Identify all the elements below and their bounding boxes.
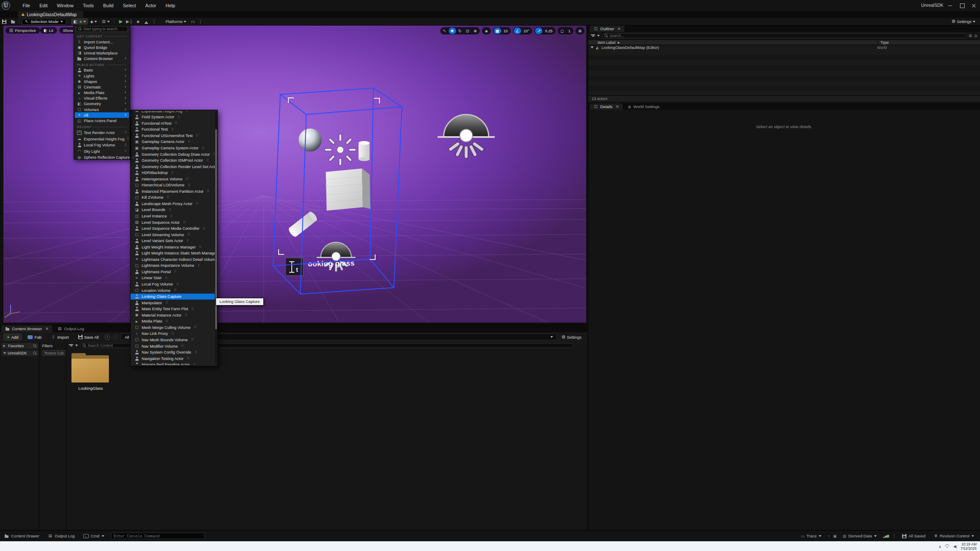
move-tool-icon[interactable]: ✚ [449,28,456,34]
tab-outliner[interactable]: Outliner [590,26,624,32]
minimize-button[interactable] [944,0,956,11]
menubar-item-window[interactable]: Window [52,2,78,9]
menu-item-all[interactable]: All [75,112,129,118]
drag-handle-icon[interactable] [199,245,202,249]
drag-handle-icon[interactable] [183,220,185,224]
device-output-icon[interactable]: ▭ [188,18,197,25]
drag-handle-icon[interactable] [185,313,187,317]
submenu-item-level-bounds[interactable]: Level Bounds [131,207,215,213]
menubar-item-help[interactable]: Help [161,2,180,9]
sky-light-gizmo[interactable] [438,114,494,157]
fab-button[interactable]: Fab [24,334,45,340]
submenu-item-media-plate[interactable]: Media Plate [131,318,215,325]
drag-handle-icon[interactable] [174,270,177,274]
submenu-item-light-weight-instance-manager[interactable]: Light Weight Instance Manager [131,244,215,250]
submenu-item-mass-entity-test-farm-plot[interactable]: Mass Entity Test Farm Plot [131,306,215,312]
drag-handle-icon[interactable] [171,171,174,175]
world-space-icon[interactable]: ⊕ [472,28,479,34]
drag-handle-icon[interactable] [175,121,177,125]
breadcrumb-all[interactable]: All [125,335,129,340]
drag-handle-icon[interactable] [206,159,209,163]
select-tool-icon[interactable]: ↖ [441,28,448,34]
rotation-snap-icon[interactable]: ∠ [514,28,521,34]
drag-handle-icon[interactable] [207,189,210,193]
drag-handle-icon[interactable] [196,202,199,206]
submenu-item-level-sequence-actor[interactable]: Level Sequence Actor [131,219,215,226]
drag-handle-icon[interactable] [181,344,184,348]
submenu-item-nav-mesh-bounds-volume[interactable]: Nav Mesh Bounds Volume [131,337,215,343]
tab-content-browser[interactable]: Content Browser [1,325,52,332]
submenu-item-nav-system-config-override[interactable]: Nav System Config Override [131,349,215,356]
camera-speed-value[interactable]: 1 [566,29,573,33]
output-log-button[interactable]: Output Log [44,531,79,541]
trace-dropdown[interactable]: ▭ Trace [797,531,826,541]
drag-handle-icon[interactable] [127,137,129,141]
drag-handle-icon[interactable] [202,146,205,150]
clock[interactable]: 10:19 AM 7/22/2025 [960,542,977,551]
close-button[interactable] [968,0,980,11]
drag-handle-icon[interactable] [167,196,169,200]
drag-handle-icon[interactable] [188,183,191,187]
eject-button[interactable] [142,18,151,25]
submenu-item-kill-zvolume[interactable]: Kill ZVolume [131,194,215,201]
submenu-item-level-variant-sets-actor[interactable]: Level Variant Sets Actor [131,238,215,244]
filter-chip-texture-cube[interactable]: Texture Cub [42,350,66,356]
submenu-item-mesh-merge-culling-volume[interactable]: Mesh Merge Culling Volume [131,325,215,331]
menu-item-media-plate[interactable]: Media Plate [75,90,129,96]
add-button[interactable]: + Add [3,334,22,340]
lit-dropdown[interactable]: Lit [40,27,57,34]
menu-item-cinematic[interactable]: Cinematic [75,84,129,90]
performance-graph-icon[interactable]: ▂▅▇ [881,534,891,537]
menubar-item-select[interactable]: Select [118,2,141,9]
level-tab[interactable]: LookingGlassDefaultMap [18,11,83,18]
drag-handle-icon[interactable] [191,338,194,342]
back-icon[interactable]: ‹ [105,334,110,340]
submenu-item-lightmass-character-indirect-detail-volume[interactable]: Lightmass Character Indirect Detail Volu… [131,257,215,263]
hidden-icons-chevron[interactable]: ∧ [939,545,942,549]
submenu-item-location-volume[interactable]: Location Volume [131,287,215,294]
drag-handle-icon[interactable] [169,208,171,212]
screenshot-icon[interactable]: ▣ [831,534,838,538]
all-saved-button[interactable]: All Saved [898,531,930,541]
rotate-tool-icon[interactable]: ↻ [456,28,464,34]
content-drawer-button[interactable]: Content Drawer [0,531,44,541]
close-icon[interactable] [46,327,48,330]
settings-dropdown[interactable]: Settings [949,18,977,25]
drag-handle-icon[interactable] [188,233,190,237]
menu-item-content-browser[interactable]: Content Browser [75,56,129,62]
submenu-item-hdribackdrop[interactable]: HDRIBackdrop [131,170,215,176]
drag-handle-icon[interactable] [186,239,189,243]
drag-handle-icon[interactable] [174,288,177,292]
surface-snap-icon[interactable]: ◈ [483,28,490,34]
column-item-label[interactable]: Item Label [588,40,877,45]
submenu-item-geometry-collection-render-level-set-actor[interactable]: Geometry Collection Render Level Set Act… [131,163,215,170]
submenu-item-lightmass-importance-volume[interactable]: Lightmass Importance Volume [131,263,215,269]
drag-handle-icon[interactable] [186,111,188,113]
add-actor-button[interactable]: + [71,18,88,25]
content-browser-icon[interactable] [9,18,17,25]
submenu-item-functional-uiscreenshot-test[interactable]: Functional UIScreenshot Test [131,133,215,139]
drag-handle-icon[interactable] [124,143,127,147]
source-header[interactable]: UnrealSDK [2,350,38,356]
submenu-item-linear-stair[interactable]: Linear Stair [131,275,215,281]
menu-item-basic[interactable]: Basic [75,68,129,73]
outliner-row-lookingglassdefaultmap-editor[interactable]: LookingGlassDefaultMap (Editor)World [588,45,980,50]
console-input[interactable] [114,534,202,538]
outliner-search-box[interactable] [602,33,967,38]
menu-item-unreal-marketplace[interactable]: Unreal Marketplace [75,50,129,56]
submenu-item-navigation-testing-actor[interactable]: Navigation Testing Actor [131,355,215,362]
drag-handle-icon[interactable] [170,214,173,218]
drag-handle-icon[interactable] [132,156,134,160]
submenu-item-gameplay-camera-system-actor[interactable]: Gameplay Camera System Actor [131,145,215,151]
speaker-icon[interactable]: ◀) [953,545,957,548]
search-icon[interactable] [33,344,37,348]
wifi-icon[interactable] [945,545,950,549]
submenu-item-lightmass-portal[interactable]: Lightmass Portal [131,269,215,275]
drag-handle-icon[interactable] [203,227,205,231]
submenu-item-landscape-mesh-proxy-actor[interactable]: Landscape Mesh Proxy Actor [131,201,215,207]
toolbar-overflow-icon[interactable]: ⋮ [197,19,204,24]
cylinder-actor[interactable] [359,141,370,161]
submenu-item-partial[interactable]: Exponential Height Fog [131,111,215,114]
forward-icon[interactable]: › [113,334,118,340]
submenu-item-light-weight-instance-static-mesh-manager[interactable]: Light Weight Instance Static Mesh Manage… [131,250,215,257]
